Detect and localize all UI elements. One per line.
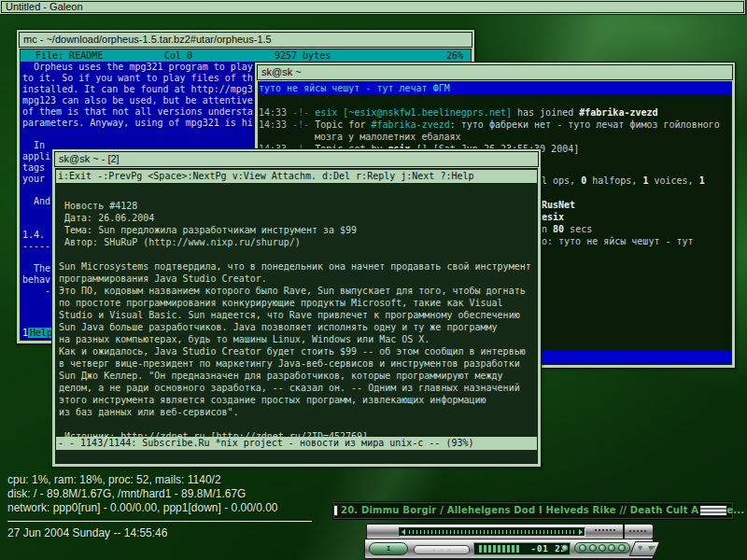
seek-right-arrow-icon bbox=[579, 529, 583, 535]
balance-dashes bbox=[595, 529, 615, 531]
playback-controls bbox=[574, 542, 630, 553]
player-seek-row bbox=[366, 524, 624, 539]
irc-separator: -!- bbox=[292, 119, 309, 130]
irc-partially-hidden-lines: l ops, 0 halfops, 1 voices, 1 RusNet esi… bbox=[542, 175, 705, 247]
irc-frag-num: 1 bbox=[699, 175, 705, 186]
stat-cpu-ram: cpu: 1%, ram: 18%, proc: 52, mails: 1140… bbox=[7, 473, 312, 487]
mutt-title: sk@sk ~ - [2] bbox=[59, 153, 120, 164]
stat-disk: disk: / - 89.8M/1.67G, /mnt/hard1 - 89.8… bbox=[7, 487, 312, 501]
volume-slider[interactable]: - - - bbox=[414, 545, 470, 554]
irc-topicfor-label: Topic for bbox=[315, 119, 371, 130]
irc-frag-network: RusNet bbox=[542, 200, 575, 210]
stat-network: network: ppp0[run] - 0.00/0.00, ppp1[dow… bbox=[7, 501, 312, 515]
irc-frag-nick: esix bbox=[542, 212, 564, 222]
galeon-window-bar[interactable]: Untitled - Galeon bbox=[0, 0, 746, 15]
player-shade-button[interactable] bbox=[624, 524, 654, 539]
desktop: { "galeon": { "title": "Untitled - Galeo… bbox=[0, 0, 747, 560]
stop-button[interactable] bbox=[599, 544, 606, 552]
fkey-help-button[interactable]: Help bbox=[28, 328, 54, 338]
stats-divider bbox=[7, 521, 312, 522]
prev-button[interactable] bbox=[561, 544, 569, 552]
mutt-titlebar[interactable]: sk@sk ~ - [2] bbox=[54, 151, 539, 167]
player-control-row: I - - - -01 22 bbox=[364, 539, 654, 559]
irc-title: sk@sk ~ bbox=[261, 66, 302, 77]
down-triangle-icon bbox=[646, 546, 655, 551]
playlist-menu-button[interactable] bbox=[699, 505, 727, 516]
shade-lines-icon bbox=[629, 530, 646, 532]
seek-left-arrow-icon bbox=[402, 529, 405, 535]
irc-frag-topic: о: туто не яйсы чешут - тут bbox=[542, 236, 694, 246]
mc-title: mc - ~/download/orpheus-1.5.tar.bz2#utar… bbox=[23, 34, 272, 45]
irc-nick: esix bbox=[315, 107, 337, 118]
mutt-help-bar: i:Exit -:PrevPg <Space>:NextPg v:View At… bbox=[56, 170, 537, 183]
irc-frag-text: secs bbox=[564, 224, 592, 234]
mc-fkey-bar: 1Help bbox=[22, 328, 54, 339]
player-playlist-bar[interactable]: 20. Dimmu Borgir / Allehelgens Dod I Hel… bbox=[333, 502, 733, 519]
playlist-current-track: 20. Dimmu Borgir / Allehelgens Dod I Hel… bbox=[341, 504, 747, 517]
irc-topicfor-line: 14:33 -!- Topic for #fabrika-zvezd: туто… bbox=[259, 119, 731, 131]
pause-button[interactable] bbox=[589, 544, 597, 552]
play-button[interactable] bbox=[579, 544, 586, 552]
irc-separator: -!- bbox=[292, 107, 309, 118]
mc-file-name: File: README bbox=[35, 49, 103, 62]
irc-frag-num: 80 bbox=[553, 224, 564, 234]
mc-viewer-header: File: README Col 0 9257 bytes 26% bbox=[21, 49, 471, 62]
irc-timestamp: 14:33 bbox=[259, 119, 287, 130]
mutt-terminal[interactable]: i:Exit -:PrevPg <Space>:NextPg v:View At… bbox=[55, 168, 538, 464]
playlist-left-cap bbox=[333, 505, 338, 516]
irc-join-text: has joined bbox=[512, 107, 579, 118]
irc-timestamp: 14:33 bbox=[259, 107, 287, 118]
mc-file-size: 9257 bytes bbox=[275, 49, 331, 62]
irc-channel: #fabrika-zvezd bbox=[371, 119, 449, 130]
irc-frag-text: voices, bbox=[648, 175, 698, 186]
irc-hostmask: [~esix@nskfw1.beelinegprs.net] bbox=[343, 107, 512, 118]
spectrum-analyzer bbox=[479, 545, 520, 553]
mc-titlebar[interactable]: mc - ~/download/orpheus-1.5.tar.bz2#utar… bbox=[19, 32, 472, 48]
player-logo-button[interactable]: I bbox=[369, 542, 408, 555]
irc-blank-row bbox=[259, 94, 731, 106]
irc-titlebar[interactable]: sk@sk ~ bbox=[257, 64, 733, 80]
irc-topicfor-text: : туто фабреки нет - туто лечат фимоз го… bbox=[450, 119, 720, 130]
mc-percent-indicator: 26% bbox=[446, 49, 463, 62]
mutt-status-bar: - - 1143/1144: Subscribe.Ru *nix project… bbox=[56, 437, 537, 450]
irc-frag-text: halfops, bbox=[586, 175, 642, 186]
eject-button[interactable] bbox=[618, 544, 626, 552]
irc-frag-text: n bbox=[542, 224, 553, 234]
irc-topic-text: туто не яйсы чешут - тут лечат ФГМ bbox=[259, 83, 450, 93]
mc-column-indicator: Col 0 bbox=[164, 49, 192, 62]
irc-topicfor-continuation: мозга у малолетних ебалаях bbox=[259, 131, 731, 143]
galeon-window-title: Untitled - Galeon bbox=[1, 1, 744, 13]
mutt-window: sk@sk ~ - [2] i:Exit -:PrevPg <Space>:Ne… bbox=[51, 148, 542, 468]
irc-frag-nickcount: l ops, bbox=[542, 175, 581, 186]
irc-channel: #fabrika-zvezd bbox=[579, 107, 657, 118]
player-display[interactable]: -01 22 bbox=[473, 542, 571, 555]
irc-join-line: 14:33 -!- esix [~esix@nskfw1.beelinegprs… bbox=[259, 106, 731, 119]
system-monitor: cpu: 1%, ram: 18%, proc: 52, mails: 1140… bbox=[7, 473, 312, 540]
mutt-message-body: Новость #4128 Дата: 26.06.2004 Тема: Sun… bbox=[59, 188, 531, 442]
seek-ticks bbox=[409, 530, 575, 534]
clock-date: 27 Jun 2004 Sunday -- 14:55:46 bbox=[7, 526, 312, 540]
next-button[interactable] bbox=[608, 544, 615, 552]
seek-slider[interactable] bbox=[399, 527, 585, 537]
irc-topicfor-cont-text: мозга у малолетних ебалаях bbox=[315, 132, 461, 142]
irc-topic-bar: туто не яйсы чешут - тут лечат ФГМ bbox=[259, 82, 731, 94]
